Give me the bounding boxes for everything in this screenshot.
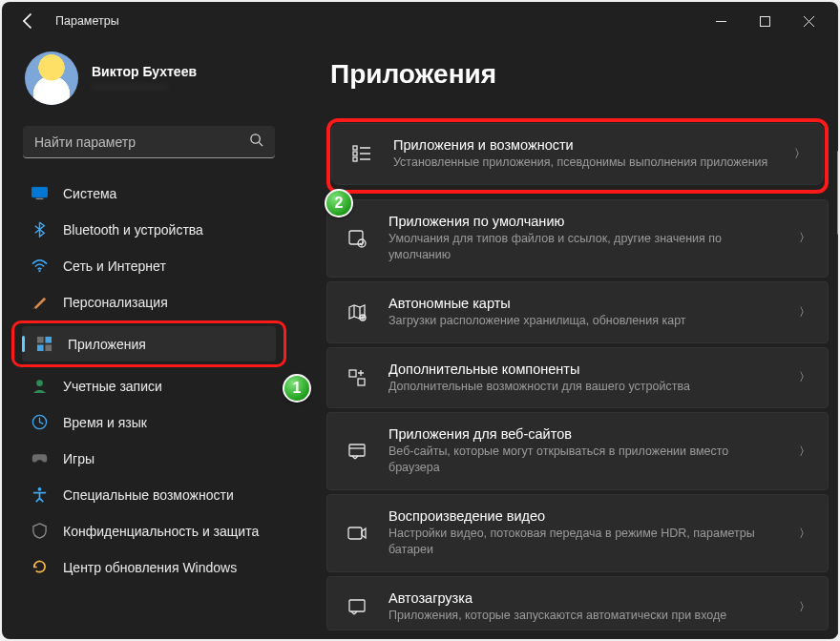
window-controls — [699, 7, 830, 35]
cards-list: Приложения и возможности Установленные п… — [326, 118, 832, 634]
svg-rect-21 — [348, 527, 362, 539]
card-subtitle: Умолчания для типов файлов и ссылок, дру… — [388, 231, 780, 263]
close-button[interactable] — [787, 7, 830, 35]
nav-personalization[interactable]: Персонализация — [17, 284, 281, 320]
svg-rect-22 — [349, 600, 365, 611]
annotation-box-2: Приложения и возможности Установленные п… — [326, 118, 829, 194]
nav-network[interactable]: Сеть и Интернет — [17, 248, 281, 283]
card-subtitle: Настройки видео, потоковая передача в ре… — [388, 526, 780, 558]
card-optional-features[interactable]: Дополнительные компоненты Дополнительные… — [326, 347, 829, 409]
titlebar: Параметры — [2, 2, 838, 40]
svg-rect-6 — [45, 337, 52, 343]
chevron-right-icon: 〉 — [799, 369, 810, 385]
card-startup[interactable]: Автозагрузка Приложения, которые запуска… — [326, 576, 829, 631]
nav-gaming[interactable]: Игры — [17, 441, 281, 476]
search-input[interactable] — [34, 134, 249, 150]
annotation-box-1: Приложения — [11, 320, 286, 367]
nav-accounts[interactable]: Учетные записи — [17, 368, 281, 403]
svg-point-4 — [38, 270, 40, 272]
card-apps-features[interactable]: Приложения и возможности Установленные п… — [331, 123, 824, 185]
card-title: Приложения и возможности — [393, 137, 775, 153]
nav-bluetooth[interactable]: Bluetooth и устройства — [17, 212, 281, 247]
card-default-apps[interactable]: Приложения по умолчанию Умолчания для ти… — [326, 199, 829, 278]
svg-rect-7 — [36, 344, 43, 351]
scrollbar[interactable] — [837, 151, 838, 639]
card-subtitle: Веб-сайты, которые могут открываться в п… — [388, 444, 780, 476]
brush-icon — [31, 294, 48, 311]
card-title: Воспроизведение видео — [388, 508, 780, 524]
gamepad-icon — [31, 450, 48, 467]
update-icon — [31, 559, 48, 576]
chevron-right-icon: 〉 — [799, 304, 810, 320]
svg-rect-20 — [349, 445, 365, 456]
nav-privacy[interactable]: Конфиденциальность и защита — [17, 513, 281, 548]
avatar — [25, 52, 78, 105]
nav-label: Время и язык — [63, 415, 147, 430]
sidebar: Виктор Бухтеев ························ … — [2, 40, 296, 639]
svg-rect-5 — [36, 337, 43, 343]
search-box[interactable] — [23, 126, 275, 158]
video-icon — [345, 521, 369, 546]
shield-icon — [31, 523, 48, 540]
nav-accessibility[interactable]: Специальные возможности — [17, 477, 281, 512]
website-app-icon — [345, 439, 369, 464]
profile-name: Виктор Бухтеев — [92, 64, 197, 79]
person-icon — [31, 378, 48, 395]
minimize-button[interactable] — [699, 7, 743, 35]
window-title: Параметры — [55, 14, 119, 28]
chevron-right-icon: 〉 — [799, 230, 810, 246]
svg-rect-3 — [35, 198, 43, 199]
clock-globe-icon — [31, 414, 48, 431]
nav-label: Bluetooth и устройства — [63, 222, 203, 238]
svg-rect-0 — [760, 16, 769, 26]
svg-rect-18 — [349, 370, 356, 377]
annotation-badge-1: 1 — [283, 374, 311, 403]
card-subtitle: Дополнительные возможности для вашего ус… — [388, 379, 780, 395]
nav-label: Игры — [63, 451, 94, 466]
card-title: Приложения по умолчанию — [388, 214, 780, 229]
nav-label: Конфиденциальность и защита — [63, 524, 259, 539]
card-title: Автозагрузка — [388, 590, 780, 606]
profile[interactable]: Виктор Бухтеев ························ — [11, 44, 286, 120]
card-title: Дополнительные компоненты — [388, 362, 780, 377]
svg-rect-14 — [353, 157, 357, 161]
bluetooth-icon — [31, 221, 48, 238]
svg-point-11 — [37, 487, 41, 491]
chevron-right-icon: 〉 — [794, 146, 806, 162]
nav-time-language[interactable]: Время и язык — [17, 404, 281, 440]
list-icon — [349, 141, 374, 166]
nav-label: Система — [63, 186, 116, 201]
nav-apps[interactable]: Приложения — [22, 326, 276, 362]
nav-label: Учетные записи — [63, 379, 162, 394]
nav-label: Приложения — [68, 337, 146, 352]
card-apps-for-websites[interactable]: Приложения для веб-сайтов Веб-сайты, кот… — [326, 412, 829, 490]
scroll-thumb[interactable] — [837, 151, 838, 235]
default-apps-icon — [345, 226, 369, 251]
svg-rect-2 — [32, 187, 47, 196]
search-icon — [249, 133, 263, 151]
chevron-right-icon: 〉 — [799, 526, 810, 542]
nav-label: Сеть и Интернет — [63, 258, 166, 274]
maximize-button[interactable] — [743, 7, 787, 35]
nav-list: Система Bluetooth и устройства Сеть и Ин… — [11, 176, 286, 585]
startup-icon — [345, 594, 369, 619]
display-icon — [31, 185, 48, 202]
card-subtitle: Загрузки расположение хранилища, обновле… — [388, 313, 780, 329]
card-video-playback[interactable]: Воспроизведение видео Настройки видео, п… — [326, 494, 829, 572]
svg-point-1 — [251, 134, 260, 143]
svg-rect-8 — [45, 344, 52, 351]
wifi-icon — [31, 258, 48, 275]
nav-label: Персонализация — [63, 295, 168, 310]
apps-icon — [35, 336, 52, 353]
svg-rect-15 — [349, 231, 363, 244]
card-subtitle: Установленные приложения, псевдонимы вып… — [393, 155, 775, 171]
svg-rect-19 — [358, 379, 365, 385]
svg-point-9 — [36, 380, 43, 386]
chevron-right-icon: 〉 — [799, 444, 810, 460]
components-icon — [345, 365, 369, 390]
back-button[interactable] — [19, 11, 38, 31]
nav-system[interactable]: Система — [17, 176, 281, 211]
nav-windows-update[interactable]: Центр обновления Windows — [17, 549, 281, 585]
accessibility-icon — [31, 486, 48, 504]
card-offline-maps[interactable]: Автономные карты Загрузки расположение х… — [326, 281, 829, 343]
